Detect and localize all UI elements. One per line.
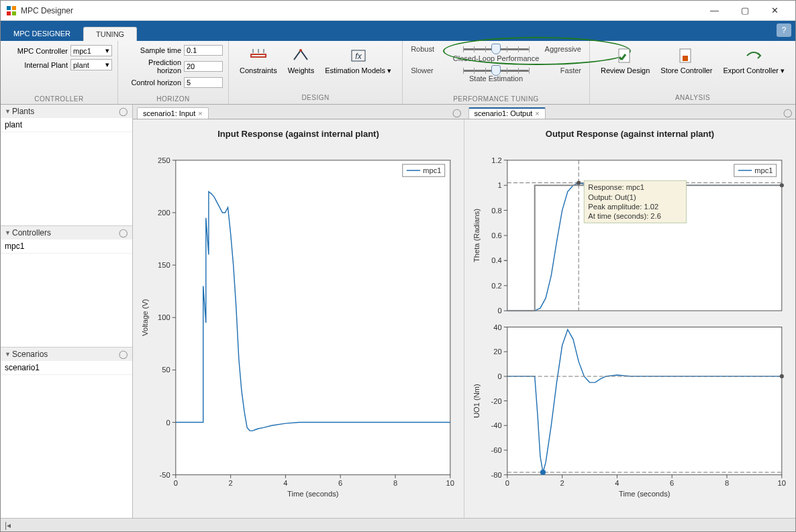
controllers-item[interactable]: mpc1 (1, 240, 132, 254)
est-slider-left-label: Slower (411, 66, 458, 74)
input-plot-pane: Input Response (against internal plant) … (133, 119, 464, 518)
input-plot-chart: 0246810-50050100150200250Time (seconds)V… (138, 142, 458, 513)
review-design-button[interactable]: Review Design (595, 44, 655, 74)
export-controller-button[interactable]: Export Controller ▾ (717, 44, 790, 75)
ribbon-group-horizon-label: HORIZON (123, 95, 223, 104)
svg-text:2: 2 (229, 479, 233, 487)
svg-text:-40: -40 (491, 421, 502, 429)
svg-rect-3 (12, 11, 16, 15)
plots-area: scenario1: Input× ◯ scenario1: Output× ◯… (133, 105, 795, 518)
state-est-slider[interactable]: Slower Faster (411, 66, 581, 74)
scenarios-section: ▼Scenarios◯ scenario1 (1, 348, 132, 518)
est-slider-thumb[interactable] (491, 65, 501, 76)
doc-tab-output[interactable]: scenario1: Output× (468, 107, 546, 119)
svg-text:8: 8 (725, 479, 729, 487)
close-icon[interactable]: × (198, 109, 202, 117)
svg-text:mpc1: mpc1 (754, 166, 773, 174)
svg-text:10: 10 (446, 479, 454, 487)
svg-text:40: 40 (493, 323, 501, 331)
close-icon[interactable]: × (535, 109, 539, 117)
svg-text:-60: -60 (491, 446, 502, 454)
svg-text:At time (seconds): 2.6: At time (seconds): 2.6 (588, 212, 661, 220)
titlebar: MPC Designer — ▢ ✕ (1, 1, 795, 21)
svg-text:1: 1 (497, 181, 501, 189)
gear-icon[interactable]: ◯ (783, 108, 793, 117)
controllers-section: ▼Controllers◯ mpc1 (1, 226, 132, 348)
doc-tab-input[interactable]: scenario1: Input× (137, 107, 209, 119)
gear-icon[interactable]: ◯ (119, 107, 128, 116)
svg-text:0: 0 (497, 372, 501, 380)
scenarios-item[interactable]: scenario1 (1, 361, 132, 375)
perf-slider-thumb[interactable] (491, 44, 501, 54)
tab-tuning[interactable]: TUNING (83, 27, 137, 41)
gear-icon[interactable]: ◯ (119, 350, 128, 359)
plants-item[interactable]: plant (1, 118, 132, 132)
tab-mpc-designer[interactable]: MPC DESIGNER (1, 26, 83, 41)
help-button[interactable]: ? (777, 23, 791, 37)
controllers-header[interactable]: ▼Controllers◯ (1, 226, 132, 240)
svg-text:250: 250 (158, 156, 170, 164)
chevron-down-icon: ▼ (5, 351, 11, 358)
window-title: MPC Designer (21, 6, 699, 15)
svg-point-103 (780, 374, 784, 378)
performance-slider[interactable]: Robust Aggressive (411, 45, 581, 53)
svg-point-102 (540, 470, 546, 475)
svg-text:1.2: 1.2 (491, 156, 502, 164)
estimation-models-button[interactable]: fxEstimation Models ▾ (319, 44, 397, 75)
internal-plant-label: Internal Plant (6, 61, 68, 69)
ribbon-group-analysis: Review Design Store Controller Export Co… (590, 41, 795, 104)
svg-text:8: 8 (393, 479, 397, 487)
svg-rect-4 (251, 54, 266, 57)
svg-text:mpc1: mpc1 (423, 166, 441, 174)
ribbon: MPC Controller mpc1▾ Internal Plant plan… (1, 41, 795, 105)
prediction-horizon-label: Prediction horizon (123, 58, 181, 74)
perf-slider-caption: Closed-Loop Performance (411, 54, 581, 62)
svg-text:6: 6 (338, 479, 342, 487)
svg-text:0.2: 0.2 (491, 282, 502, 290)
control-horizon-input[interactable] (184, 77, 223, 88)
constraints-button[interactable]: Constraints (234, 44, 283, 74)
prediction-horizon-input[interactable] (184, 61, 223, 72)
svg-text:-50: -50 (160, 471, 170, 479)
scenarios-header[interactable]: ▼Scenarios◯ (1, 348, 132, 361)
mpc-controller-select[interactable]: mpc1▾ (70, 45, 112, 56)
svg-text:0.6: 0.6 (491, 231, 502, 240)
svg-text:fx: fx (355, 52, 362, 61)
svg-text:0: 0 (497, 307, 501, 315)
output-plot-title: Output Response (against internal plant) (470, 129, 790, 139)
svg-point-5 (299, 49, 302, 52)
weights-button[interactable]: Weights (283, 44, 320, 74)
output-plot-chart: 00.20.40.60.811.2Theta (Radians)Response… (470, 142, 790, 513)
svg-text:0: 0 (174, 479, 178, 487)
svg-text:50: 50 (162, 366, 170, 374)
app-logo-icon (6, 5, 17, 16)
svg-text:0.4: 0.4 (491, 256, 502, 264)
svg-text:Voltage (V): Voltage (V) (141, 299, 149, 335)
svg-text:200: 200 (158, 209, 170, 217)
main-tabstrip: MPC DESIGNER TUNING ? (1, 21, 795, 41)
sample-time-input[interactable] (184, 45, 223, 56)
svg-text:100: 100 (158, 313, 170, 321)
svg-text:4: 4 (283, 479, 287, 487)
collapse-left-icon[interactable]: |◂ (5, 521, 11, 530)
svg-text:-80: -80 (491, 471, 502, 479)
perf-slider-right-label: Aggressive (534, 45, 581, 53)
ribbon-group-performance: Robust Aggressive Closed-Loop Performanc… (403, 41, 590, 104)
store-controller-button[interactable]: Store Controller (655, 44, 717, 74)
svg-text:10: 10 (778, 479, 786, 487)
plants-header[interactable]: ▼Plants◯ (1, 105, 132, 118)
svg-rect-10 (683, 56, 688, 61)
sidebar: ▼Plants◯ plant ▼Controllers◯ mpc1 ▼Scena… (1, 105, 133, 518)
internal-plant-select[interactable]: plant▾ (70, 59, 112, 70)
svg-text:Time (seconds): Time (seconds) (619, 490, 670, 498)
sample-time-label: Sample time (123, 46, 181, 54)
minimize-button[interactable]: — (699, 1, 730, 21)
gear-icon[interactable]: ◯ (452, 108, 462, 117)
svg-text:Time (seconds): Time (seconds) (287, 490, 339, 498)
svg-text:150: 150 (158, 261, 170, 269)
close-button[interactable]: ✕ (760, 1, 790, 21)
gear-icon[interactable]: ◯ (119, 228, 128, 237)
maximize-button[interactable]: ▢ (730, 1, 760, 21)
svg-text:0: 0 (166, 419, 170, 427)
control-horizon-label: Control horizon (123, 78, 181, 87)
